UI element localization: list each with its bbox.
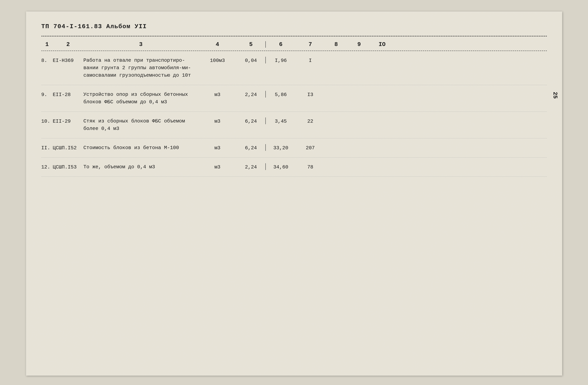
table: 1 2 3 4 5 6 7 8 9 IO 8. EI-H369 Работа н… (41, 38, 547, 177)
row-unit: м3 (198, 91, 237, 97)
row-desc: Работа на отвале при транспортиро-вании … (84, 57, 198, 79)
row-extra1 (325, 117, 348, 118)
table-row: II. ЦСШП.I52 Стоимость блоков из бетона … (41, 138, 547, 158)
row-num: II. (41, 144, 53, 151)
table-row: 10. EII-29 Стяк из сборных блоков ФБС об… (41, 112, 547, 138)
header-col-6: 6 (265, 41, 296, 48)
row-num: 8. (41, 57, 53, 64)
row-total: 22 (296, 117, 325, 124)
row-extra3 (371, 57, 394, 58)
row-extra3 (371, 163, 394, 164)
row-qty: 0,04 (237, 57, 265, 64)
header-col-10: IO (371, 41, 394, 48)
row-extra3 (371, 117, 394, 118)
row-extra3 (371, 144, 394, 145)
row-unit: м3 (198, 163, 237, 170)
row-code: EII-29 (53, 117, 84, 124)
header-col-5: 5 (237, 41, 265, 48)
header-col-2: 2 (53, 41, 84, 48)
row-code: ЦСШП.I52 (53, 144, 84, 151)
header-col-4: 4 (198, 41, 237, 48)
row-extra2 (348, 91, 371, 92)
table-row: 9. EII-28 Устройство опор из сборных бет… (41, 85, 547, 112)
row-extra1 (325, 57, 348, 58)
header-col-7: 7 (296, 41, 325, 48)
row-total: 207 (296, 144, 325, 151)
row-desc: Стяк из сборных блоков ФБС объемом более… (84, 117, 198, 133)
row-desc: Стоимость блоков из бетона М-100 (84, 144, 198, 152)
row-code: EI-H369 (53, 57, 84, 64)
header-col-9: 9 (348, 41, 371, 48)
row-price: 5,86 (265, 91, 296, 97)
row-num: 9. (41, 91, 53, 97)
row-price: I,96 (265, 57, 296, 64)
row-extra1 (325, 144, 348, 145)
header-col-1: 1 (41, 41, 53, 48)
table-header: 1 2 3 4 5 6 7 8 9 IO (41, 38, 547, 51)
row-extra3: 25 (371, 91, 394, 92)
row-desc: Устройство опор из сборных бетонных блок… (84, 91, 198, 106)
row-qty: 2,24 (237, 163, 265, 170)
row-num: 10. (41, 117, 53, 124)
row-total: I3 (296, 91, 325, 97)
row-extra2 (348, 57, 371, 58)
row-code: EII-28 (53, 91, 84, 97)
row-total: 78 (296, 163, 325, 170)
row-qty: 6,24 (237, 144, 265, 151)
row-extra2 (348, 163, 371, 164)
row-extra2 (348, 117, 371, 118)
side-number: 25 (552, 92, 558, 99)
row-qty: 6,24 (237, 117, 265, 124)
row-price: 33,20 (265, 144, 296, 151)
header-col-3: 3 (84, 41, 198, 48)
row-price: 34,60 (265, 163, 296, 170)
table-row: 12. ЦСШП.I53 То же, объемом до 0,4 м3 м3… (41, 158, 547, 177)
row-code: ЦСШП.I53 (53, 163, 84, 170)
header-col-8: 8 (325, 41, 348, 48)
page-title: ТП 704-I-161.83 Альбом УII (41, 23, 547, 30)
top-divider (41, 36, 547, 36)
row-num: 12. (41, 163, 53, 170)
row-unit: 100м3 (198, 57, 237, 64)
table-row: 8. EI-H369 Работа на отвале при транспор… (41, 51, 547, 85)
page: ТП 704-I-161.83 Альбом УII 1 2 3 4 5 6 7… (26, 12, 562, 376)
row-total: I (296, 57, 325, 64)
row-price: 3,45 (265, 117, 296, 124)
row-extra2 (348, 144, 371, 145)
row-extra1 (325, 163, 348, 164)
row-extra1 (325, 91, 348, 92)
row-qty: 2,24 (237, 91, 265, 97)
row-unit: м3 (198, 144, 237, 151)
row-desc: То же, объемом до 0,4 м3 (84, 163, 198, 171)
row-unit: м3 (198, 117, 237, 124)
